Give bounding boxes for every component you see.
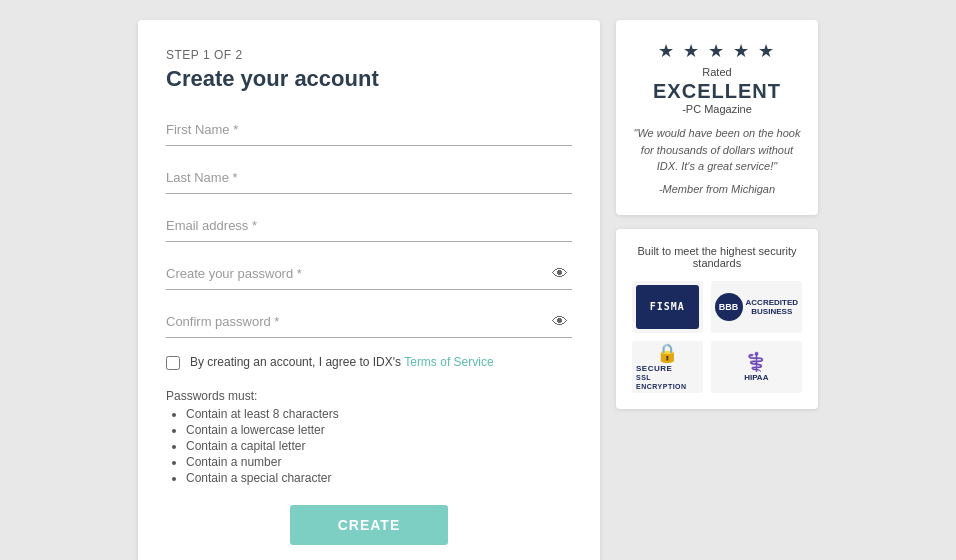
list-item: Contain a special character [186, 471, 572, 485]
confirm-password-eye-icon[interactable]: 👁 [552, 313, 568, 331]
security-card: Built to meet the highest security stand… [616, 229, 818, 409]
password-eye-icon[interactable]: 👁 [552, 265, 568, 283]
confirm-password-input[interactable] [166, 306, 572, 338]
terms-text: By creating an account, I agree to IDX's… [190, 354, 494, 371]
step-label: STEP 1 OF 2 [166, 48, 572, 62]
review-card: ★ ★ ★ ★ ★ Rated EXCELLENT -PC Magazine "… [616, 20, 818, 215]
fisma-logo: FISMA [636, 285, 699, 329]
star-rating: ★ ★ ★ ★ ★ [632, 40, 802, 62]
hipaa-badge: ⚕️ HIPAA [711, 341, 802, 393]
right-column: ★ ★ ★ ★ ★ Rated EXCELLENT -PC Magazine "… [616, 20, 818, 560]
create-button[interactable]: CREATE [290, 505, 449, 545]
security-title: Built to meet the highest security stand… [632, 245, 802, 269]
form-card: STEP 1 OF 2 Create your account 👁 👁 By c… [138, 20, 600, 560]
bbb-logo: BBB ACCREDITEDBUSINESS [715, 285, 798, 329]
terms-row: By creating an account, I agree to IDX's… [166, 354, 572, 371]
password-rules-list: Contain at least 8 characters Contain a … [166, 407, 572, 485]
hipaa-icon: ⚕️ [745, 351, 767, 373]
first-name-group [166, 114, 572, 146]
list-item: Contain a number [186, 455, 572, 469]
lock-icon: 🔒 [656, 342, 678, 364]
ssl-logo: 🔒 SECURESSL ENCRYPTION [636, 345, 699, 389]
first-name-input[interactable] [166, 114, 572, 146]
review-author: -Member from Michigan [632, 183, 802, 195]
list-item: Contain a lowercase letter [186, 423, 572, 437]
excellent-text: EXCELLENT [632, 80, 802, 103]
last-name-group [166, 162, 572, 194]
ssl-badge: 🔒 SECURESSL ENCRYPTION [632, 341, 703, 393]
last-name-input[interactable] [166, 162, 572, 194]
password-input[interactable] [166, 258, 572, 290]
magazine-text: -PC Magazine [632, 103, 802, 115]
terms-link[interactable]: Terms of Service [404, 355, 493, 369]
fisma-badge: FISMA [632, 281, 703, 333]
hipaa-label: HIPAA [744, 373, 768, 382]
bbb-circle-icon: BBB [715, 293, 743, 321]
terms-checkbox[interactable] [166, 356, 180, 370]
badges-grid: FISMA BBB ACCREDITEDBUSINESS 🔒 [632, 281, 802, 393]
password-rules: Passwords must: Contain at least 8 chara… [166, 389, 572, 485]
rated-label: Rated [632, 66, 802, 78]
hipaa-logo: ⚕️ HIPAA [715, 345, 798, 389]
email-input[interactable] [166, 210, 572, 242]
confirm-password-group: 👁 [166, 306, 572, 338]
review-quote: "We would have been on the hook for thou… [632, 125, 802, 175]
bbb-badge: BBB ACCREDITEDBUSINESS [711, 281, 802, 333]
password-rules-title: Passwords must: [166, 389, 572, 403]
email-group [166, 210, 572, 242]
bbb-label: ACCREDITEDBUSINESS [746, 298, 798, 316]
ssl-label: SECURESSL ENCRYPTION [636, 364, 699, 391]
list-item: Contain a capital letter [186, 439, 572, 453]
form-title: Create your account [166, 66, 572, 92]
list-item: Contain at least 8 characters [186, 407, 572, 421]
password-group: 👁 [166, 258, 572, 290]
